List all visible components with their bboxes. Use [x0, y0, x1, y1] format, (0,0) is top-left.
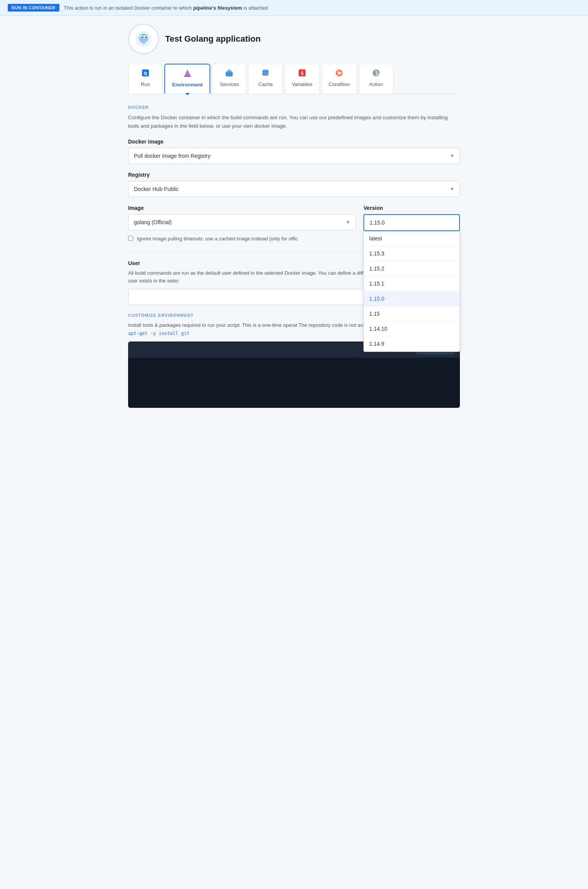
version-label: Version: [363, 205, 460, 211]
filesystem-link[interactable]: pipeline's filesystem: [193, 5, 242, 11]
version-option-1150[interactable]: 1.15.0: [364, 291, 460, 306]
tab-environment[interactable]: Environment: [164, 64, 210, 94]
svg-rect-14: [228, 69, 230, 71]
svg-point-23: [375, 71, 377, 72]
svg-text:$: $: [301, 71, 304, 76]
tab-variables-label: Variables: [292, 81, 312, 87]
version-option-1149[interactable]: 1.14.9: [364, 336, 460, 352]
services-tab-icon: [225, 69, 233, 79]
page-title: Test Golang application: [165, 34, 261, 44]
image-select[interactable]: golang (Official): [128, 214, 356, 230]
tab-run-label: Run: [141, 81, 150, 87]
version-option-1152[interactable]: 1.15.2: [364, 261, 460, 276]
version-input-wrapper: latest 1.15.3 1.15.2 1.15.1 1.15.0 1.15 …: [363, 214, 460, 231]
top-banner: RUN IN CONTAINER This action is run in a…: [0, 0, 588, 16]
app-icon: [128, 24, 159, 54]
action-tab-icon: [372, 69, 380, 79]
environment-tab-icon: [183, 69, 192, 79]
tab-variables[interactable]: $ Variables: [284, 64, 319, 94]
version-option-115[interactable]: 1.15: [364, 306, 460, 321]
image-field-group: Image golang (Official) ▼: [128, 205, 356, 231]
tab-run[interactable]: $| Run: [128, 64, 163, 94]
tab-condition[interactable]: Condition: [321, 64, 357, 94]
svg-text:$|: $|: [144, 71, 147, 76]
image-label: Image: [128, 205, 356, 211]
tab-cache[interactable]: Cache: [248, 64, 283, 94]
code-editor-body[interactable]: [128, 358, 460, 408]
docker-section-label: DOCKER: [128, 105, 460, 110]
tab-services[interactable]: Services: [212, 64, 247, 94]
registry-label: Registry: [128, 172, 460, 178]
version-dropdown: latest 1.15.3 1.15.2 1.15.1 1.15.0 1.15 …: [363, 231, 460, 352]
tab-action-label: Action: [369, 81, 383, 87]
version-option-latest[interactable]: latest: [364, 231, 460, 246]
checkbox-label: Ignore image pulling timeouts, use a cac…: [137, 235, 298, 243]
cache-tab-icon: [261, 69, 270, 79]
docker-image-select[interactable]: Pull docker image from Registry: [128, 148, 460, 164]
version-option-1153[interactable]: 1.15.3: [364, 246, 460, 261]
svg-point-4: [141, 37, 143, 38]
version-option-11410[interactable]: 1.14.10: [364, 321, 460, 336]
image-version-row: Image golang (Official) ▼ Version latest…: [128, 205, 460, 231]
svg-rect-7: [142, 41, 145, 44]
docker-section: DOCKER Configure the Docker container in…: [128, 105, 460, 408]
tabs-row: $| Run Environment Servic: [128, 64, 460, 94]
version-input[interactable]: [363, 214, 460, 231]
docker-image-label: Docker image: [128, 139, 460, 145]
ignore-timeout-checkbox[interactable]: [128, 236, 133, 241]
condition-tab-icon: [335, 69, 343, 79]
svg-point-5: [145, 37, 147, 38]
svg-rect-17: [264, 69, 267, 71]
docker-description: Configure the Docker container in which …: [128, 113, 460, 130]
tab-condition-label: Condition: [329, 81, 350, 87]
version-field-group: Version latest 1.15.3 1.15.2 1.15.1 1.15…: [363, 205, 460, 231]
version-option-1151[interactable]: 1.15.1: [364, 276, 460, 291]
banner-text: This action is run in an isolated Docker…: [64, 5, 268, 11]
tab-environment-label: Environment: [172, 82, 203, 88]
tab-services-label: Services: [220, 81, 239, 87]
header-section: Test Golang application: [128, 24, 460, 54]
tab-cache-label: Cache: [259, 81, 273, 87]
registry-select-wrapper: Docker Hub Public ▼: [128, 181, 460, 197]
tab-action[interactable]: Action: [359, 64, 394, 94]
registry-select[interactable]: Docker Hub Public: [128, 181, 460, 197]
run-tab-icon: $|: [141, 69, 150, 79]
variables-tab-icon: $: [298, 69, 306, 79]
image-select-wrapper: golang (Official) ▼: [128, 214, 356, 230]
docker-image-select-wrapper: Pull docker image from Registry ▼: [128, 148, 460, 164]
svg-marker-11: [185, 71, 190, 76]
run-in-container-badge: RUN IN CONTAINER: [8, 4, 59, 12]
